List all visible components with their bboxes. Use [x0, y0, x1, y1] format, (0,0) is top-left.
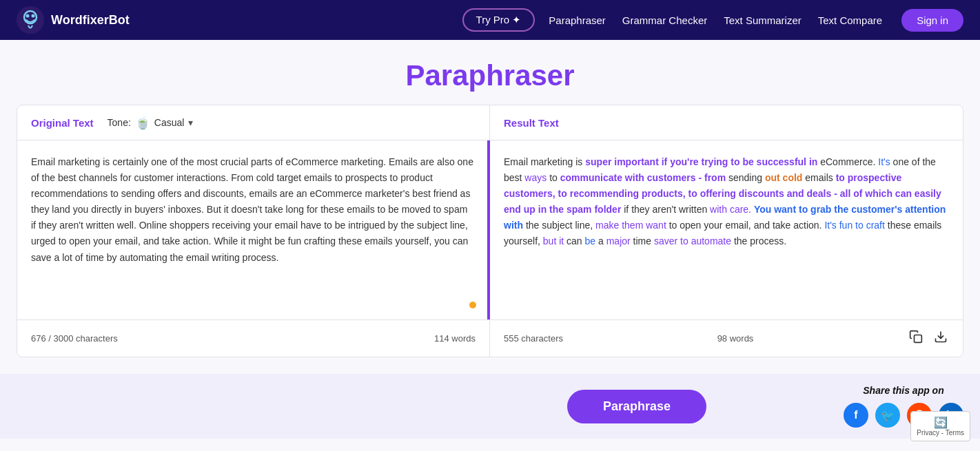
right-panel: Email marketing is super important if yo…: [490, 140, 963, 319]
highlight-3: ways: [524, 172, 547, 183]
word-count: 114 words: [434, 333, 476, 344]
highlight-1: super important if you're trying to be s…: [585, 156, 817, 167]
twitter-share-button[interactable]: 🐦: [875, 403, 900, 428]
header-left: Original Text Tone: 🍵 Casual ▾: [17, 105, 490, 140]
highlight-9: make them want: [595, 220, 666, 231]
highlight-7: with care.: [710, 204, 751, 215]
main-card: Original Text Tone: 🍵 Casual ▾ Result Te…: [17, 105, 963, 357]
nav-text-summarizer[interactable]: Text Summarizer: [721, 12, 804, 29]
recaptcha-badge: 🔄 Privacy - Terms: [910, 411, 970, 441]
icon-actions: [908, 328, 949, 348]
nav-grammar-checker[interactable]: Grammar Checker: [620, 12, 710, 29]
svg-rect-4: [915, 335, 922, 343]
svg-point-3: [32, 14, 35, 18]
recaptcha-text: Privacy - Terms: [917, 429, 964, 437]
card-footer: 676 / 3000 characters 114 words 555 char…: [17, 319, 963, 357]
bottom-bar: Paraphrase Share this app on f 🐦 in: [0, 374, 980, 439]
share-label: Share this app on: [863, 385, 943, 396]
logo: WordfixerBot: [17, 6, 130, 34]
tone-value: Casual: [154, 117, 185, 128]
card-header: Original Text Tone: 🍵 Casual ▾ Result Te…: [17, 105, 963, 140]
original-text-label: Original Text: [31, 117, 94, 129]
card-body: Email marketing is certainly one of the …: [17, 140, 963, 319]
try-pro-button[interactable]: Try Pro ✦: [462, 8, 535, 32]
footer-right: 555 characters 98 words: [490, 320, 963, 357]
svg-point-2: [26, 14, 30, 18]
nav-paraphraser[interactable]: Paraphraser: [546, 12, 609, 29]
paraphrase-button[interactable]: Paraphrase: [567, 390, 706, 423]
logo-icon: [17, 6, 44, 34]
tone-label: Tone:: [108, 117, 131, 128]
tone-section: Tone: 🍵 Casual ▾: [108, 115, 194, 130]
result-words: 98 words: [717, 333, 754, 344]
facebook-share-button[interactable]: f: [844, 403, 868, 428]
result-chars: 555 characters: [504, 333, 563, 344]
tone-dropdown-icon[interactable]: ▾: [188, 117, 193, 128]
highlight-5: out cold: [765, 172, 802, 183]
highlight-14: saver to automate: [654, 235, 731, 247]
recaptcha-icon: 🔄: [917, 416, 964, 429]
highlight-11: but it: [543, 235, 564, 247]
left-panel: Email marketing is certainly one of the …: [17, 140, 490, 319]
navbar: WordfixerBot Try Pro ✦ Paraphraser Gramm…: [0, 0, 980, 40]
tone-icon: 🍵: [135, 115, 150, 130]
page-title: Paraphraser: [0, 59, 980, 92]
dot-indicator: [469, 302, 476, 308]
input-text[interactable]: Email marketing is certainly one of the …: [31, 154, 473, 308]
result-text-label: Result Text: [504, 117, 559, 129]
paraphrase-btn-wrap: Paraphrase: [430, 390, 844, 423]
download-button[interactable]: [932, 328, 949, 348]
highlight-4: communicate with customers - from: [560, 172, 726, 183]
highlight-13: major: [606, 235, 631, 247]
nav-text-compare[interactable]: Text Compare: [815, 12, 885, 29]
highlight-12: be: [585, 235, 596, 247]
char-count: 676 / 3000 characters: [31, 333, 118, 344]
copy-button[interactable]: [908, 328, 924, 348]
highlight-10: It's fun to craft: [824, 220, 885, 231]
result-text-content: Email marketing is super important if yo…: [504, 154, 949, 250]
footer-left: 676 / 3000 characters 114 words: [17, 320, 490, 357]
logo-text: WordfixerBot: [51, 13, 130, 28]
page-title-section: Paraphraser: [0, 40, 980, 105]
highlight-2: It's: [878, 156, 890, 167]
sign-in-button[interactable]: Sign in: [901, 9, 963, 32]
header-right: Result Text: [490, 105, 963, 140]
